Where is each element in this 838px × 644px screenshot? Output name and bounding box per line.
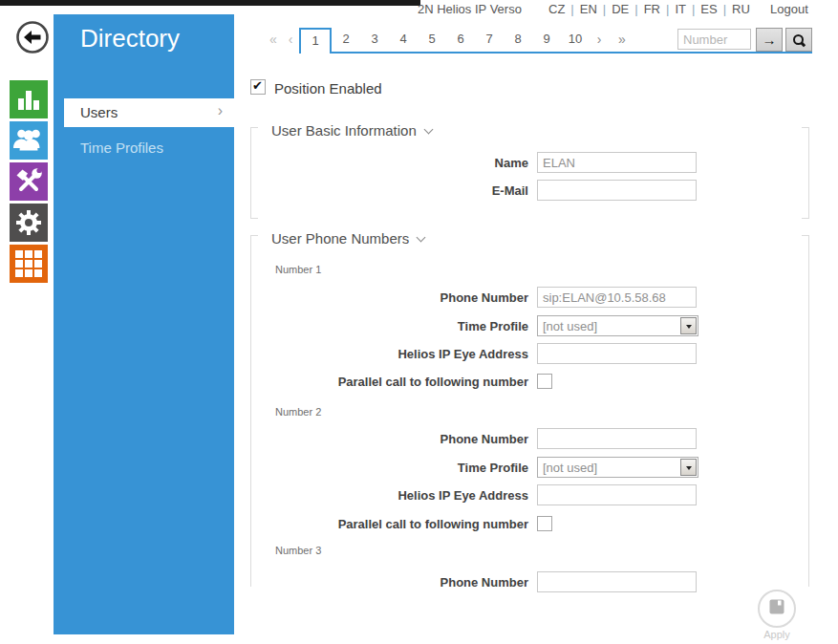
search-icon [792,33,806,47]
lang-cz[interactable]: CZ [548,2,565,16]
phone-number-3-label: Phone Number [280,575,528,590]
page-first-button[interactable]: « [266,32,281,47]
bar-chart-icon [10,105,48,121]
section-user-phone-numbers[interactable]: User Phone Numbers [271,230,424,247]
users-group-icon [10,146,48,162]
page-next-button[interactable]: › [591,32,607,47]
sidebar-item-status[interactable] [10,80,48,118]
menu-item-label: Users [80,104,118,120]
page-tab-5[interactable]: 5 [418,32,446,46]
grid-icon [10,269,48,286]
time-profile-2-select[interactable]: [not used] [537,457,698,478]
dropdown-arrow-icon [680,317,697,334]
apply-button[interactable] [758,590,796,628]
eye-address-1-label: Helios IP Eye Address [280,347,528,361]
lang-en[interactable]: EN [580,2,597,16]
position-enabled-checkbox[interactable] [250,79,266,95]
time-profile-1-select[interactable]: [not used] [537,315,698,336]
phone-number-2-input[interactable] [537,428,697,449]
name-label: Name [280,156,528,170]
sidebar-item-services[interactable] [10,204,48,242]
time-profile-1-label: Time Profile [280,319,528,333]
phone-number-1-label: Phone Number [280,290,528,305]
name-input[interactable] [537,152,697,173]
lang-separator: | [570,2,573,16]
email-label: E-Mail [280,183,528,198]
position-enabled-label: Position Enabled [274,80,382,97]
page-tab-4[interactable]: 4 [389,32,418,46]
parallel-call-2-label: Parallel call to following number [280,517,528,531]
directory-panel: Directory Users Time Profiles [54,14,234,634]
search-button[interactable] [785,28,812,52]
sidebar-item-system[interactable] [10,245,48,283]
section-bracket-right [802,127,809,219]
section-bracket-left [250,235,258,587]
lang-separator: | [634,2,637,16]
language-switcher: CZ| EN| DE| FR| IT| ES| RU [548,2,750,16]
sidebar-item-directory[interactable] [10,121,48,160]
page-tab-2[interactable]: 2 [332,32,360,46]
page-tab-3[interactable]: 3 [360,32,389,46]
sidebar-item-users[interactable]: Users [64,98,234,127]
lang-it[interactable]: IT [675,2,686,16]
section-bracket-left [250,127,258,219]
parallel-call-1-checkbox[interactable] [537,374,552,389]
section-bracket-right [802,235,809,587]
time-profile-2-value: [not used] [543,461,597,475]
gear-icon [10,228,48,245]
page-tab-8[interactable]: 8 [504,32,532,46]
menu-item-label: Time Profiles [80,140,163,156]
lang-fr[interactable]: FR [644,2,660,16]
tools-icon [10,187,48,204]
number-2-label: Number 2 [275,406,321,418]
lang-de[interactable]: DE [612,2,629,16]
number-search-input[interactable] [677,29,751,50]
page-tab-9[interactable]: 9 [532,32,561,46]
lang-ru[interactable]: RU [732,2,750,16]
phone-number-2-label: Phone Number [280,432,528,446]
email-input[interactable] [537,180,697,201]
phone-number-1-input[interactable] [537,287,697,308]
page-last-button[interactable]: » [614,32,630,47]
directory-page: 2N Helios IP Verso CZ| EN| DE| FR| IT| E… [0,0,838,644]
page-tab-10[interactable]: 10 [561,32,590,46]
sidebar-item-time-profiles[interactable]: Time Profiles [64,134,234,162]
parallel-call-1-label: Parallel call to following number [280,375,528,389]
lang-separator: | [666,2,669,16]
back-arrow-icon [15,41,50,57]
apply-button-label: Apply [754,629,800,640]
lang-separator: | [603,2,606,16]
arrow-right-icon [763,32,777,47]
go-to-number-button[interactable] [756,28,783,52]
lang-separator: | [692,2,695,16]
number-1-label: Number 1 [275,264,321,275]
pagination-underline [299,52,812,54]
page-tab-active[interactable]: 1 [299,28,332,54]
logout-link[interactable]: Logout [770,2,808,16]
lang-separator: | [723,2,726,16]
number-3-label: Number 3 [275,545,321,556]
page-title: Directory [80,24,180,54]
page-prev-button[interactable]: ‹ [283,32,298,47]
lang-es[interactable]: ES [700,2,717,16]
chevron-right-icon [218,102,223,119]
time-profile-2-label: Time Profile [280,461,528,475]
page-tab-6[interactable]: 6 [446,32,475,46]
app-title: 2N Helios IP Verso [418,2,522,16]
save-floppy-icon [768,598,785,619]
eye-address-1-input[interactable] [537,343,697,364]
back-button[interactable] [15,20,50,54]
time-profile-1-value: [not used] [543,319,597,333]
chevron-down-icon [423,125,433,135]
phone-number-3-input[interactable] [537,571,697,592]
eye-address-2-label: Helios IP Eye Address [280,488,528,503]
parallel-call-2-checkbox[interactable] [537,516,552,531]
chevron-down-icon [417,233,426,243]
sidebar-item-hardware[interactable] [10,162,48,201]
dropdown-arrow-icon [680,459,697,476]
page-tab-7[interactable]: 7 [475,32,504,46]
top-dark-bar [0,0,420,6]
eye-address-2-input[interactable] [537,484,697,505]
section-user-basic-information[interactable]: User Basic Information [271,122,432,139]
